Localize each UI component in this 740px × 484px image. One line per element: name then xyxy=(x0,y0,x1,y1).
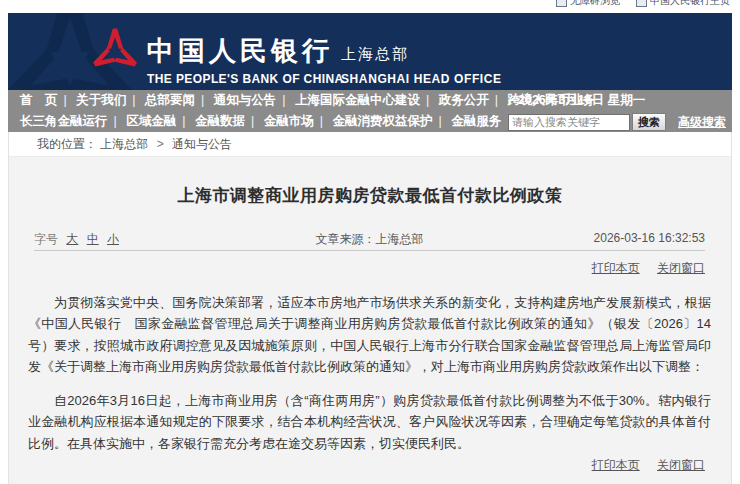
advanced-search-link[interactable]: 高级搜索 xyxy=(678,113,726,131)
accessibility-link-label: 无障碍浏览 xyxy=(570,0,620,8)
nav-separator: | xyxy=(251,114,254,128)
article-actions-bottom: 打印本页 关闭窗口 xyxy=(592,457,705,474)
secondary-nav-row: 长三角金融运行| 区域金融| 金融数据| 金融市场| 金融消费权益保护| 金融服… xyxy=(20,111,570,132)
nav-separator: | xyxy=(132,93,135,107)
breadcrumb-separator: > xyxy=(157,137,164,151)
article-panel: 上海市调整商业用房购房贷款最低首付款比例政策 字号 大 中 小 文章来源：上海总… xyxy=(8,157,732,484)
pboc-logo-icon xyxy=(88,24,142,81)
main-navigation: 首 页| 关于我们| 总部要闻| 通知与公告| 上海国际金融中心建设| 政务公开… xyxy=(8,90,732,132)
bank-home-icon xyxy=(636,0,647,7)
top-utility-bar: 无障碍浏览 中国人民银行主页 xyxy=(556,0,730,8)
site-banner: 中国人民银行 上海总部 THE PEOPLE'S BANK OF CHINA S… xyxy=(8,13,732,90)
pboc-home-link-label: 中国人民银行主页 xyxy=(650,0,730,8)
nav-item-about[interactable]: 关于我们 xyxy=(76,93,126,107)
nav-item-notices[interactable]: 通知与公告 xyxy=(214,93,277,107)
bank-name-en: THE PEOPLE'S BANK OF CHINA xyxy=(147,72,344,86)
nav-separator: | xyxy=(64,93,67,107)
nav-item-financial-services[interactable]: 金融服务 xyxy=(451,114,501,128)
article-datetime: 2026-03-16 16:32:53 xyxy=(594,231,705,245)
nav-item-consumer-protection[interactable]: 金融消费权益保护 xyxy=(332,114,432,128)
bank-name-cn: 中国人民银行 xyxy=(147,33,333,69)
nav-item-gov-affairs[interactable]: 政务公开 xyxy=(439,93,489,107)
accessibility-link[interactable]: 无障碍浏览 xyxy=(556,0,620,8)
accessibility-icon xyxy=(556,0,567,7)
nav-item-news[interactable]: 总部要闻 xyxy=(145,93,195,107)
article-paragraph: 为贯彻落实党中央、国务院决策部署，适应本市房地产市场供求关系的新变化，支持构建房… xyxy=(28,292,711,377)
nav-separator: | xyxy=(495,93,498,107)
primary-nav-row: 首 页| 关于我们| 总部要闻| 通知与公告| 上海国际金融中心建设| 政务公开… xyxy=(20,90,595,111)
search-input[interactable] xyxy=(508,114,630,131)
article-actions-top: 打印本页 关闭窗口 xyxy=(592,260,705,277)
nav-separator: | xyxy=(438,114,441,128)
print-page-link[interactable]: 打印本页 xyxy=(592,261,640,275)
breadcrumb-item-shanghai-ho[interactable]: 上海总部 xyxy=(100,137,148,151)
nav-separator: | xyxy=(320,114,323,128)
article-body: 为贯彻落实党中央、国务院决策部署，适应本市房地产市场供求关系的新变化，支持构建房… xyxy=(28,292,711,467)
close-window-link[interactable]: 关闭窗口 xyxy=(657,261,705,275)
branch-name-cn: 上海总部 xyxy=(341,45,409,64)
nav-item-financial-data[interactable]: 金融数据 xyxy=(195,114,245,128)
article-title: 上海市调整商业用房购房贷款最低首付款比例政策 xyxy=(9,184,731,207)
print-page-link[interactable]: 打印本页 xyxy=(592,458,640,472)
nav-item-regional-finance[interactable]: 区域金融 xyxy=(126,114,176,128)
breadcrumb: 我的位置： 上海总部 > 通知与公告 xyxy=(8,132,732,157)
breadcrumb-item-notices[interactable]: 通知与公告 xyxy=(172,137,232,151)
nav-separator: | xyxy=(426,93,429,107)
meta-divider xyxy=(34,250,705,251)
search-button[interactable]: 搜索 xyxy=(632,113,666,131)
nav-item-yangtze-delta[interactable]: 长三角金融运行 xyxy=(20,114,108,128)
article-paragraph: 自2026年3月16日起，上海市商业用房（含“商住两用房”）购房贷款最低首付款比… xyxy=(28,390,711,454)
pboc-home-link[interactable]: 中国人民银行主页 xyxy=(636,0,730,8)
article-meta-row: 字号 大 中 小 文章来源：上海总部 2026-03-16 16:32:53 xyxy=(34,231,705,246)
nav-item-home[interactable]: 首 页 xyxy=(20,93,58,107)
nav-separator: | xyxy=(201,93,204,107)
nav-separator: | xyxy=(114,114,117,128)
nav-separator: | xyxy=(282,93,285,107)
current-date: 2026年3月16日 星期一 xyxy=(518,90,645,111)
nav-item-financial-center[interactable]: 上海国际金融中心建设 xyxy=(295,93,420,107)
nav-item-financial-markets[interactable]: 金融市场 xyxy=(264,114,314,128)
nav-separator: | xyxy=(182,114,185,128)
breadcrumb-label: 我的位置： xyxy=(37,137,97,151)
branch-name-en: SHANGHAI HEAD OFFICE xyxy=(341,72,502,86)
pboc-shanghai-page: 无障碍浏览 中国人民银行主页 中国人民银行 上海总部 THE PEOPLE'S … xyxy=(0,0,740,484)
close-window-link[interactable]: 关闭窗口 xyxy=(657,458,705,472)
